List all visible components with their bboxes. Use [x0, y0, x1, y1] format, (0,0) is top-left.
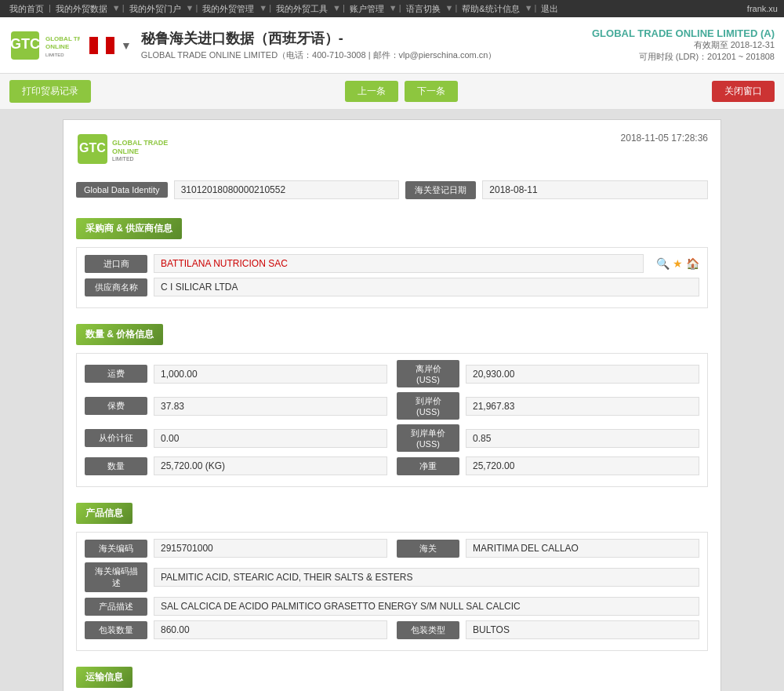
customs-port-col: 海关 MARITIMA DEL CALLAO: [397, 539, 699, 558]
adval-label: 从价计征: [85, 429, 147, 447]
flag-container: ▼: [89, 37, 132, 54]
adval-col: 从价计征 0.00: [85, 424, 387, 452]
main-content: GTC GLOBAL TRADE ONLINE LIMITED 2018-11-…: [0, 110, 784, 691]
peru-flag: [89, 37, 114, 54]
nav-manage[interactable]: 我的外贸管理: [199, 3, 257, 15]
gdi-row: Global Data Identity 3101201808000021055…: [76, 180, 708, 199]
toolbar-nav: 上一条 下一条: [345, 81, 458, 102]
transport-section: 运输信息 原产国 CO, COL, COLOMBIA 销售国 CO, COL, …: [76, 657, 708, 691]
importer-value[interactable]: BATTILANA NUTRICION SAC: [154, 254, 644, 273]
adval-unitprice-row: 从价计征 0.00 到岸单价 (USS) 0.85: [85, 424, 699, 452]
pkg-type-label: 包装类型: [397, 621, 459, 639]
to-warehouse-col: 到岸价 (USS) 21,967.83: [397, 392, 699, 420]
freight-col: 运费 1,000.00: [85, 360, 387, 387]
page-subtitle: GLOBAL TRADE ONLINE LIMITED（电话：400-710-3…: [141, 49, 497, 61]
prev-button[interactable]: 上一条: [345, 81, 398, 102]
buyer-section-header: 采购商 & 供应商信息: [76, 218, 182, 239]
customs-port-value: MARITIMA DEL CALLAO: [466, 539, 699, 558]
home-icon[interactable]: 🏠: [686, 257, 699, 270]
pkg-qty-value: 860.00: [154, 620, 387, 639]
price-section-inner: 运费 1,000.00 离岸价 (USS) 20,930.00 保费 37.83…: [76, 353, 708, 487]
qty-label: 数量: [85, 457, 147, 475]
pkg-type-value: BULTOS: [466, 620, 699, 639]
transport-section-header: 运输信息: [76, 667, 132, 688]
product-section-header: 产品信息: [76, 503, 132, 524]
toolbar-right: 关闭窗口: [712, 81, 775, 102]
price-section: 数量 & 价格信息 运费 1,000.00 离岸价 (USS) 20,930.0…: [76, 315, 708, 487]
gdi-label: Global Data Identity: [76, 182, 168, 198]
warehouse-price-value: 20,930.00: [466, 365, 699, 384]
insurance-label: 保费: [85, 397, 147, 415]
svg-text:LIMITED: LIMITED: [112, 156, 134, 162]
nav-logout[interactable]: 退出: [538, 3, 561, 15]
customs-code-label: 海关编码: [85, 540, 147, 558]
svg-text:GLOBAL TRADE: GLOBAL TRADE: [45, 35, 80, 42]
customs-code-value: 2915701000: [154, 539, 387, 558]
buyer-section: 采购商 & 供应商信息 进口商 BATTILANA NUTRICION SAC …: [76, 209, 708, 308]
close-button[interactable]: 关闭窗口: [712, 81, 775, 102]
print-button[interactable]: 打印贸易记录: [9, 80, 91, 103]
svg-rect-6: [98, 37, 106, 54]
svg-text:ONLINE: ONLINE: [45, 43, 70, 50]
svg-rect-5: [89, 37, 98, 54]
company-logo: GTC GLOBAL TRADE ONLINE LIMITED: [9, 30, 80, 61]
svg-text:LIMITED: LIMITED: [45, 53, 64, 57]
price-section-header: 数量 & 价格信息: [76, 324, 163, 345]
adval-value: 0.00: [154, 429, 387, 448]
logo-area: GTC GLOBAL TRADE ONLINE LIMITED: [9, 30, 80, 61]
record-card: GTC GLOBAL TRADE ONLINE LIMITED 2018-11-…: [63, 119, 721, 691]
brand-name: GLOBAL TRADE ONLINE LIMITED (A): [592, 27, 775, 39]
buyer-section-inner: 进口商 BATTILANA NUTRICION SAC 🔍 ★ 🏠 供应商名称 …: [76, 247, 708, 308]
net-weight-value: 25,720.00: [466, 456, 699, 475]
warehouse-price-col: 离岸价 (USS) 20,930.00: [397, 360, 699, 387]
to-warehouse-label: 到岸价 (USS): [397, 392, 459, 420]
qty-col: 数量 25,720.00 (KG): [85, 456, 387, 475]
product-section-inner: 海关编码 2915701000 海关 MARITIMA DEL CALLAO 海…: [76, 532, 708, 651]
to-warehouse-value: 21,967.83: [466, 397, 699, 416]
product-desc-row: 产品描述 SAL CALCICA DE ACIDO PALMITICO GRAS…: [85, 597, 699, 616]
top-toolbar: 打印贸易记录 上一条 下一条 关闭窗口: [0, 74, 784, 110]
record-date: 2018-11-05 17:28:36: [621, 133, 708, 144]
freight-value: 1,000.00: [154, 365, 387, 384]
warehouse-price-label: 离岸价 (USS): [397, 360, 459, 387]
header-right: GLOBAL TRADE ONLINE LIMITED (A) 有效期至 201…: [592, 27, 775, 63]
importer-row: 进口商 BATTILANA NUTRICION SAC 🔍 ★ 🏠: [85, 254, 699, 273]
product-desc-label: 产品描述: [85, 598, 147, 616]
page-header: GTC GLOBAL TRADE ONLINE LIMITED ▼ 秘鲁海关进口…: [0, 17, 784, 74]
freight-label: 运费: [85, 365, 147, 383]
star-icon[interactable]: ★: [673, 257, 683, 270]
insurance-col: 保费 37.83: [85, 392, 387, 420]
svg-text:ONLINE: ONLINE: [112, 147, 139, 155]
pkg-row: 包装数量 860.00 包装类型 BULTOS: [85, 620, 699, 639]
search-icon[interactable]: 🔍: [656, 257, 670, 270]
nav-account[interactable]: 账户管理: [347, 3, 387, 15]
header-left: GTC GLOBAL TRADE ONLINE LIMITED ▼ 秘鲁海关进口…: [9, 29, 496, 61]
nav-trade-data[interactable]: 我的外贸数据: [53, 3, 111, 15]
page-title: 秘鲁海关进口数据（西班牙语）-: [141, 29, 497, 48]
svg-text:GTC: GTC: [79, 141, 106, 155]
code-desc-label: 海关编码描述: [85, 562, 147, 592]
nav-help[interactable]: 帮助&统计信息: [459, 3, 522, 15]
pkg-qty-col: 包装数量 860.00: [85, 620, 387, 639]
supplier-label: 供应商名称: [85, 278, 147, 296]
next-button[interactable]: 下一条: [405, 81, 458, 102]
valid-date: 有效期至 2018-12-31: [592, 39, 775, 51]
code-desc-value: PALMITIC ACID, STEARIC ACID, THEIR SALTS…: [154, 568, 699, 587]
nav-portal[interactable]: 我的外贸门户: [126, 3, 184, 15]
record-header: GTC GLOBAL TRADE ONLINE LIMITED 2018-11-…: [76, 133, 708, 168]
product-section: 产品信息 海关编码 2915701000 海关 MARITIMA DEL CAL…: [76, 493, 708, 651]
importer-icons: 🔍 ★ 🏠: [656, 257, 699, 270]
nav-home[interactable]: 我的首页: [6, 3, 47, 15]
customs-code-col: 海关编码 2915701000: [85, 539, 387, 558]
nav-language[interactable]: 语言切换: [403, 3, 444, 15]
insurance-value: 37.83: [154, 397, 387, 416]
nav-tools[interactable]: 我的外贸工具: [273, 3, 331, 15]
top-navigation: 我的首页 | 我的外贸数据 ▼ | 我的外贸门户 ▼ | 我的外贸管理 ▼ | …: [0, 0, 784, 17]
qty-netweight-row: 数量 25,720.00 (KG) 净重 25,720.00: [85, 456, 699, 475]
svg-text:GLOBAL TRADE: GLOBAL TRADE: [112, 139, 168, 147]
net-weight-label: 净重: [397, 457, 459, 475]
supplier-row: 供应商名称 C I SILICAR LTDA: [85, 278, 699, 296]
svg-rect-7: [106, 37, 114, 54]
code-desc-row: 海关编码描述 PALMITIC ACID, STEARIC ACID, THEI…: [85, 562, 699, 592]
supplier-value: C I SILICAR LTDA: [154, 278, 699, 296]
